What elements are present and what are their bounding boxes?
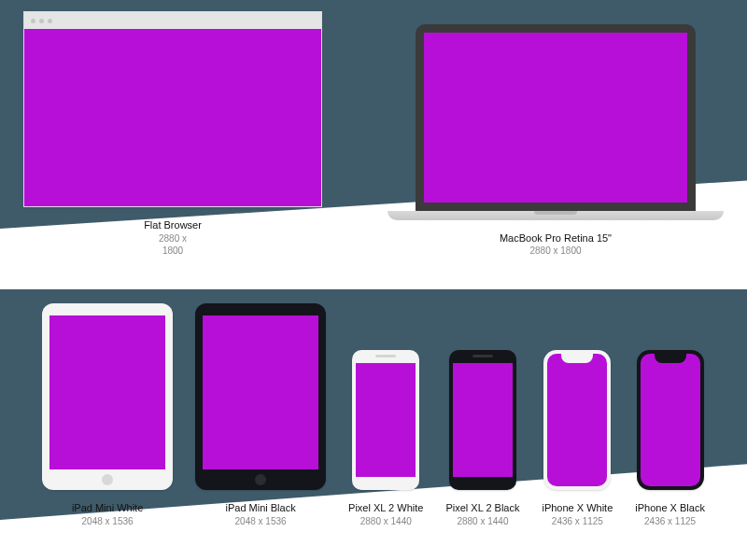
device-name: iPhone X White	[542, 502, 613, 513]
cell-iphone-x-black: iPhone X Black 2436 x 1125	[635, 350, 705, 527]
caption-flat-browser: Flat Browser 2880 x 1800	[144, 218, 202, 258]
device-name: Flat Browser	[144, 219, 202, 231]
mockup-iphone-x-white	[543, 350, 611, 490]
mockup-flat-browser	[23, 11, 322, 207]
cell-pixel-xl2-white: Pixel XL 2 White 2880 x 1440	[348, 350, 423, 527]
browser-screen-area	[24, 29, 321, 206]
device-resolution: 2880 x 1440	[445, 515, 519, 528]
pixel-screen-area	[356, 363, 416, 477]
caption-iphone-x-black: iPhone X Black 2436 x 1125	[635, 501, 705, 527]
mockup-ipad-mini-black	[195, 303, 326, 490]
mockup-ipad-mini-white	[42, 303, 173, 490]
device-resolution: 2048 x 1536	[225, 515, 295, 528]
row-desktop-mockups: Flat Browser 2880 x 1800 MacBook Pro Ret…	[0, 11, 747, 258]
macbook-bezel	[416, 24, 696, 211]
cell-flat-browser: Flat Browser 2880 x 1800	[23, 11, 322, 258]
mockup-pixel-xl2-white	[352, 350, 419, 490]
cell-pixel-xl2-black: Pixel XL 2 Black 2880 x 1440	[445, 350, 519, 527]
speaker-icon	[472, 355, 493, 357]
window-dot-icon	[39, 19, 44, 23]
device-resolution: 2880 x 1440	[348, 515, 423, 528]
caption-macbook: MacBook Pro Retina 15" 2880 x 1800	[500, 231, 612, 258]
macbook-base	[388, 211, 724, 220]
window-dot-icon	[48, 19, 52, 23]
pixel-screen-area	[453, 363, 513, 477]
ipad-screen-area	[203, 315, 318, 469]
cell-macbook: MacBook Pro Retina 15" 2880 x 1800	[388, 24, 724, 258]
home-button-icon	[102, 474, 113, 485]
notch-icon	[561, 354, 593, 363]
device-name: Pixel XL 2 White	[348, 502, 423, 513]
device-resolution: 2048 x 1536	[72, 515, 143, 528]
device-resolution: 2436 x 1125	[635, 515, 705, 528]
device-name: iPad Mini Black	[225, 502, 295, 513]
cell-ipad-mini-white: iPad Mini White 2048 x 1536	[42, 303, 173, 527]
caption-ipad-mini-white: iPad Mini White 2048 x 1536	[72, 501, 143, 527]
mockup-macbook	[388, 24, 724, 220]
device-resolution: 2880 x 1800	[500, 245, 612, 258]
caption-ipad-mini-black: iPad Mini Black 2048 x 1536	[225, 501, 295, 527]
caption-iphone-x-white: iPhone X White 2436 x 1125	[542, 501, 613, 527]
cell-iphone-x-white: iPhone X White 2436 x 1125	[542, 350, 613, 527]
device-resolution-line2: 1800	[144, 245, 202, 258]
home-button-icon	[255, 474, 266, 485]
device-resolution: 2436 x 1125	[542, 515, 613, 528]
mockup-pixel-xl2-black	[449, 350, 516, 490]
browser-title-bar	[24, 12, 321, 29]
macbook-hinge-notch-icon	[534, 211, 577, 215]
macbook-screen-area	[424, 33, 687, 203]
notch-icon	[655, 354, 686, 363]
iphonex-screen-area	[641, 354, 700, 486]
ipad-screen-area	[49, 315, 165, 469]
speaker-icon	[375, 355, 396, 357]
device-name: MacBook Pro Retina 15"	[500, 232, 612, 244]
caption-pixel-xl2-white: Pixel XL 2 White 2880 x 1440	[348, 501, 423, 527]
device-name: iPhone X Black	[635, 502, 705, 513]
device-name: iPad Mini White	[72, 502, 143, 513]
window-dot-icon	[31, 19, 35, 23]
row-mobile-mockups: iPad Mini White 2048 x 1536 iPad Mini Bl…	[0, 303, 747, 527]
device-resolution: 2880 x	[144, 232, 202, 245]
device-name: Pixel XL 2 Black	[445, 502, 519, 513]
caption-pixel-xl2-black: Pixel XL 2 Black 2880 x 1440	[445, 501, 519, 527]
cell-ipad-mini-black: iPad Mini Black 2048 x 1536	[195, 303, 326, 527]
iphonex-screen-area	[547, 354, 607, 486]
mockup-iphone-x-black	[637, 350, 704, 490]
